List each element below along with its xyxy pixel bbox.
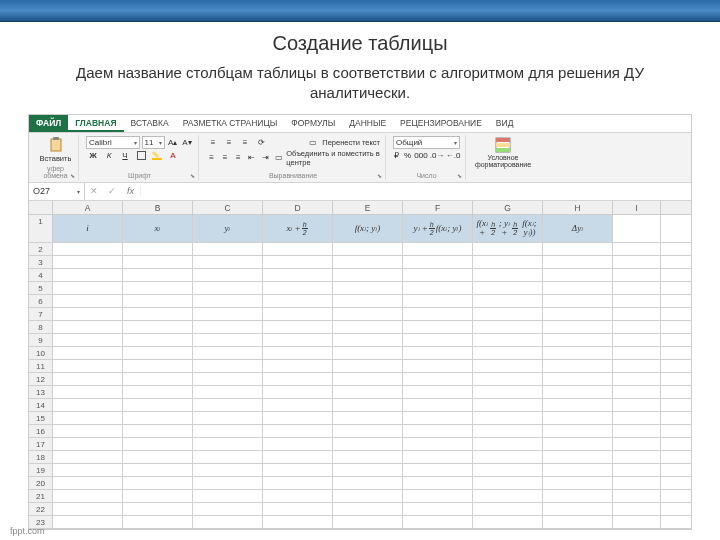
- row-number[interactable]: 4: [29, 269, 53, 281]
- font-color-button[interactable]: A: [166, 149, 180, 162]
- header-cell-C[interactable]: yᵢ: [193, 215, 263, 242]
- cell[interactable]: [193, 464, 263, 476]
- cell[interactable]: [473, 490, 543, 502]
- row-number[interactable]: 11: [29, 360, 53, 372]
- indent-dec-button[interactable]: ⇤: [246, 151, 257, 164]
- row-number[interactable]: 19: [29, 464, 53, 476]
- cell[interactable]: [613, 360, 661, 372]
- cell[interactable]: [263, 490, 333, 502]
- row-number[interactable]: 1: [29, 215, 53, 242]
- cell[interactable]: [543, 386, 613, 398]
- cell[interactable]: [473, 269, 543, 281]
- cell[interactable]: [193, 321, 263, 333]
- cell[interactable]: [403, 360, 473, 372]
- cell[interactable]: [333, 425, 403, 437]
- merge-button[interactable]: ▭: [273, 151, 284, 164]
- cell[interactable]: [263, 425, 333, 437]
- cell[interactable]: [333, 438, 403, 450]
- cell[interactable]: [53, 243, 123, 255]
- cell[interactable]: [333, 464, 403, 476]
- cell[interactable]: [473, 243, 543, 255]
- cell[interactable]: [263, 256, 333, 268]
- cell[interactable]: [543, 399, 613, 411]
- cell[interactable]: [473, 295, 543, 307]
- cell[interactable]: [333, 347, 403, 359]
- cell[interactable]: [473, 282, 543, 294]
- align-right-button[interactable]: ≡: [233, 151, 244, 164]
- cell[interactable]: [123, 256, 193, 268]
- tab-data[interactable]: ДАННЫЕ: [342, 115, 393, 132]
- cell[interactable]: [403, 386, 473, 398]
- cell[interactable]: [613, 347, 661, 359]
- cell[interactable]: [403, 373, 473, 385]
- bold-button[interactable]: Ж: [86, 149, 100, 162]
- cell[interactable]: [543, 412, 613, 424]
- cell[interactable]: [123, 360, 193, 372]
- wrap-text-button[interactable]: ▭: [306, 136, 320, 149]
- cell[interactable]: [123, 412, 193, 424]
- cell[interactable]: [333, 334, 403, 346]
- row-number[interactable]: 7: [29, 308, 53, 320]
- col-header[interactable]: I: [613, 201, 661, 214]
- cell[interactable]: [333, 243, 403, 255]
- cell[interactable]: [333, 360, 403, 372]
- increase-font-button[interactable]: A▴: [167, 136, 179, 149]
- comma-button[interactable]: 000: [414, 149, 428, 162]
- cell[interactable]: [123, 451, 193, 463]
- cell[interactable]: [613, 503, 661, 515]
- cell[interactable]: [543, 464, 613, 476]
- border-button[interactable]: [134, 149, 148, 162]
- cell[interactable]: [123, 399, 193, 411]
- cell[interactable]: [123, 386, 193, 398]
- row-number[interactable]: 6: [29, 295, 53, 307]
- align-middle-button[interactable]: ≡: [222, 136, 236, 149]
- cell[interactable]: [613, 386, 661, 398]
- row-number[interactable]: 18: [29, 451, 53, 463]
- cell[interactable]: [403, 399, 473, 411]
- cell[interactable]: [613, 451, 661, 463]
- row-number[interactable]: 8: [29, 321, 53, 333]
- cell[interactable]: [53, 438, 123, 450]
- header-cell-B[interactable]: xᵢ: [123, 215, 193, 242]
- cell[interactable]: [53, 269, 123, 281]
- cell[interactable]: [263, 399, 333, 411]
- tab-view[interactable]: ВИД: [489, 115, 521, 132]
- cell[interactable]: [333, 399, 403, 411]
- col-header[interactable]: D: [263, 201, 333, 214]
- font-size-select[interactable]: 11▾: [142, 136, 165, 149]
- cell[interactable]: [473, 373, 543, 385]
- row-number[interactable]: 22: [29, 503, 53, 515]
- cell[interactable]: [53, 490, 123, 502]
- cell[interactable]: [333, 490, 403, 502]
- paste-button[interactable]: Вставить: [38, 136, 73, 164]
- cell[interactable]: [193, 477, 263, 489]
- italic-button[interactable]: К: [102, 149, 116, 162]
- cell[interactable]: [333, 386, 403, 398]
- underline-button[interactable]: Ч: [118, 149, 132, 162]
- col-header[interactable]: F: [403, 201, 473, 214]
- cell[interactable]: [53, 295, 123, 307]
- cell[interactable]: [543, 451, 613, 463]
- cell[interactable]: [193, 503, 263, 515]
- cancel-icon[interactable]: ✕: [85, 186, 103, 196]
- col-header[interactable]: C: [193, 201, 263, 214]
- cell[interactable]: [193, 347, 263, 359]
- cell[interactable]: [263, 386, 333, 398]
- dec-decimal-button[interactable]: ←.0: [446, 149, 460, 162]
- col-header[interactable]: E: [333, 201, 403, 214]
- tab-file[interactable]: ФАЙЛ: [29, 115, 68, 132]
- enter-icon[interactable]: ✓: [103, 186, 121, 196]
- cell[interactable]: [613, 295, 661, 307]
- cell[interactable]: [543, 477, 613, 489]
- align-top-button[interactable]: ≡: [206, 136, 220, 149]
- row-number[interactable]: 15: [29, 412, 53, 424]
- conditional-format-button[interactable]: Условное форматирование: [473, 136, 533, 169]
- cell[interactable]: [403, 308, 473, 320]
- cell[interactable]: [263, 269, 333, 281]
- cell[interactable]: [123, 295, 193, 307]
- cell[interactable]: [613, 373, 661, 385]
- cell[interactable]: [613, 399, 661, 411]
- row-number[interactable]: 20: [29, 477, 53, 489]
- cell[interactable]: [263, 295, 333, 307]
- cell[interactable]: [123, 321, 193, 333]
